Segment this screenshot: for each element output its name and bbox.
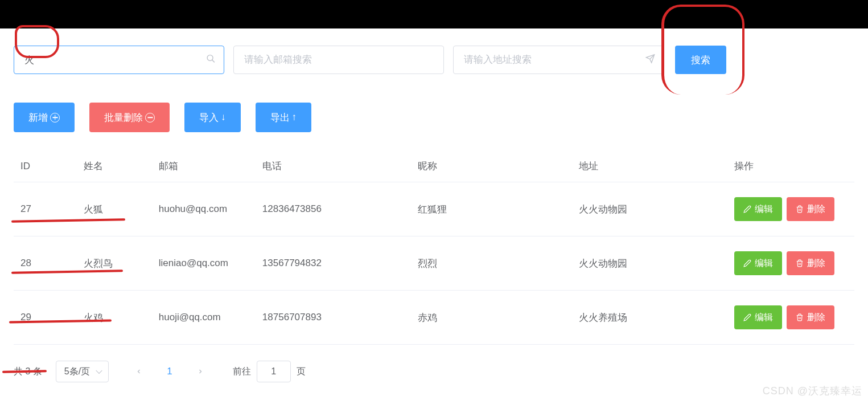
svg-line-1 <box>212 60 215 62</box>
batch-delete-label: 批量删除 <box>104 111 143 124</box>
email-search-wrap <box>233 46 444 74</box>
cell-name: 火狐 <box>77 182 152 236</box>
th-phone: 电话 <box>256 150 411 182</box>
jumper-suffix: 页 <box>297 366 306 378</box>
cell-ops: 编辑删除 <box>727 236 854 291</box>
location-icon <box>645 54 655 66</box>
next-page-button[interactable] <box>191 362 210 381</box>
cell-email: lieniao@qq.com <box>152 236 256 291</box>
total-text: 共 3 条 <box>14 366 42 378</box>
th-email: 邮箱 <box>152 150 256 182</box>
table-row: 28火烈鸟lieniao@qq.com13567794832烈烈火火动物园编辑删… <box>14 236 854 291</box>
svg-marker-3 <box>646 55 654 63</box>
jumper-prefix: 前往 <box>233 366 251 378</box>
name-search-wrap <box>14 46 224 74</box>
page-size-select[interactable]: 5条/页 <box>56 361 109 382</box>
email-search-input[interactable] <box>244 46 421 74</box>
cell-address: 火火动物园 <box>572 182 727 236</box>
cell-phone: 13567794832 <box>256 236 411 291</box>
cell-id: 29 <box>14 291 77 345</box>
search-row: 搜索 <box>14 46 854 74</box>
export-button[interactable]: 导出 <box>256 103 312 132</box>
cell-email: huoji@qq.com <box>152 291 256 345</box>
current-page-number[interactable]: 1 <box>164 366 174 377</box>
page-jumper: 前往 页 <box>233 361 306 382</box>
cell-address: 火火动物园 <box>572 236 727 291</box>
top-bar <box>0 0 868 28</box>
table-row: 29火鸡huoji@qq.com18756707893赤鸡火火养殖场编辑删除 <box>14 291 854 345</box>
cell-phone: 12836473856 <box>256 182 411 236</box>
import-button[interactable]: 导入 <box>184 103 241 132</box>
cell-ops: 编辑删除 <box>727 182 854 236</box>
th-nickname: 昵称 <box>411 150 572 182</box>
cell-nickname: 烈烈 <box>411 236 572 291</box>
delete-button[interactable]: 删除 <box>787 305 834 329</box>
pager: 1 <box>129 362 209 381</box>
delete-label: 删除 <box>807 258 825 270</box>
trash-icon <box>796 313 804 321</box>
th-id: ID <box>14 150 77 182</box>
table-row: 27火狐huohu@qq.com12836473856红狐狸火火动物园编辑删除 <box>14 182 854 236</box>
prev-page-button[interactable] <box>129 362 149 381</box>
table-header-row: ID 姓名 邮箱 电话 昵称 地址 操作 <box>14 150 854 182</box>
arrow-up-icon <box>292 112 297 123</box>
import-label: 导入 <box>199 111 219 124</box>
pagination: 共 3 条 5条/页 1 前往 页 <box>14 361 854 382</box>
th-name: 姓名 <box>77 150 152 182</box>
action-row: 新增 批量删除 导入 导出 <box>14 103 854 132</box>
address-search-wrap <box>453 46 664 74</box>
cell-phone: 18756707893 <box>256 291 411 345</box>
plus-circle-icon <box>50 113 60 123</box>
trash-icon <box>796 205 804 213</box>
th-address: 地址 <box>572 150 727 182</box>
arrow-down-icon <box>221 112 226 123</box>
delete-button[interactable]: 删除 <box>787 197 834 221</box>
cell-address: 火火养殖场 <box>572 291 727 345</box>
search-icon <box>206 54 216 66</box>
delete-button[interactable]: 删除 <box>787 251 834 275</box>
edit-button[interactable]: 编辑 <box>734 197 782 221</box>
trash-icon <box>796 259 804 267</box>
th-ops: 操作 <box>727 150 854 182</box>
data-table: ID 姓名 邮箱 电话 昵称 地址 操作 27火狐huohu@qq.com128… <box>14 150 854 345</box>
edit-label: 编辑 <box>755 203 773 215</box>
edit-label: 编辑 <box>755 258 773 270</box>
address-search-input[interactable] <box>464 46 640 74</box>
add-button-label: 新增 <box>28 111 48 124</box>
cell-email: huohu@qq.com <box>152 182 256 236</box>
jumper-input[interactable] <box>257 361 291 382</box>
svg-point-0 <box>207 55 213 61</box>
page-size-label: 5条/页 <box>64 366 90 378</box>
minus-circle-icon <box>145 113 155 123</box>
delete-label: 删除 <box>807 312 825 324</box>
delete-label: 删除 <box>807 203 825 215</box>
edit-icon <box>743 259 751 267</box>
edit-icon <box>743 205 751 213</box>
edit-icon <box>743 313 751 321</box>
search-button[interactable]: 搜索 <box>675 46 726 74</box>
svg-line-2 <box>650 55 655 59</box>
page-content: 搜索 新增 批量删除 导入 导出 ID 姓名 邮箱 电话 昵称 地址 <box>0 28 868 399</box>
cell-id: 27 <box>14 182 77 236</box>
cell-nickname: 赤鸡 <box>411 291 572 345</box>
edit-button[interactable]: 编辑 <box>734 251 782 275</box>
batch-delete-button[interactable]: 批量删除 <box>89 103 170 132</box>
add-button[interactable]: 新增 <box>14 103 75 132</box>
cell-ops: 编辑删除 <box>727 291 854 345</box>
cell-id: 28 <box>14 236 77 291</box>
cell-name: 火鸡 <box>77 291 152 345</box>
edit-label: 编辑 <box>755 312 773 324</box>
name-search-input[interactable] <box>24 46 201 74</box>
edit-button[interactable]: 编辑 <box>734 305 782 329</box>
export-label: 导出 <box>270 111 290 124</box>
cell-nickname: 红狐狸 <box>411 182 572 236</box>
cell-name: 火烈鸟 <box>77 236 152 291</box>
